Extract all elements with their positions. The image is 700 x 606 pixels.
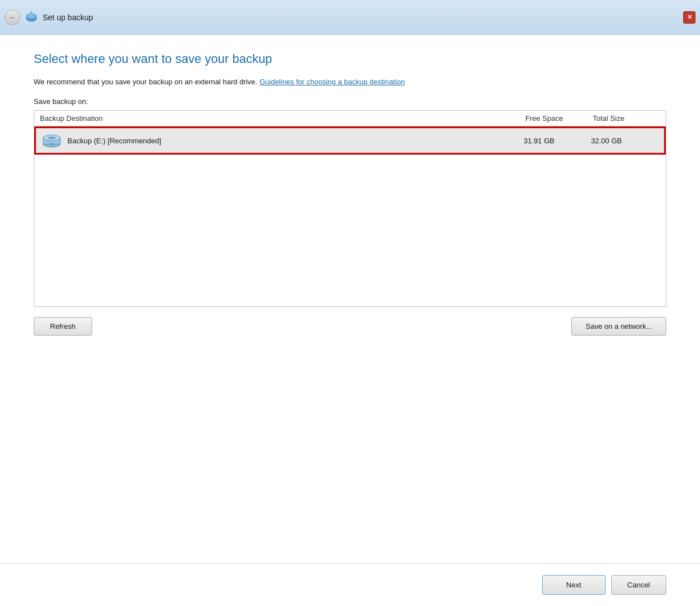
action-buttons-row: Refresh Save on a network... xyxy=(34,317,666,336)
title-bar-left: ← Set up backup xyxy=(4,10,93,25)
refresh-button[interactable]: Refresh xyxy=(34,317,92,336)
col-header-total-size: Total Size xyxy=(593,114,660,123)
back-button[interactable]: ← xyxy=(4,10,20,25)
backup-table: Backup Destination Free Space Total Size… xyxy=(34,110,666,307)
save-backup-label: Save backup on: xyxy=(34,97,666,106)
table-row[interactable]: Backup (E:) [Recommended] 31.91 GB 32.00… xyxy=(34,126,666,155)
table-body: Backup (E:) [Recommended] 31.91 GB 32.00… xyxy=(34,126,666,306)
save-network-button[interactable]: Save on a network... xyxy=(571,317,666,336)
main-content: Select where you want to save your backu… xyxy=(0,35,700,606)
drive-icon xyxy=(42,133,62,148)
cancel-button[interactable]: Cancel xyxy=(611,575,666,595)
col-header-free-space: Free Space xyxy=(525,114,593,123)
col-header-destination: Backup Destination xyxy=(40,114,525,123)
description-text: We recommend that you save your backup o… xyxy=(34,78,257,86)
row-total-size: 32.00 GB xyxy=(591,137,658,145)
svg-marker-2 xyxy=(30,11,33,13)
title-bar: ← Set up backup ✕ xyxy=(0,0,700,35)
title-bar-title: Set up backup xyxy=(43,13,93,22)
table-header: Backup Destination Free Space Total Size xyxy=(34,111,666,126)
svg-point-1 xyxy=(26,13,37,19)
next-button[interactable]: Next xyxy=(542,575,606,595)
row-destination: Backup (E:) [Recommended] xyxy=(67,137,524,145)
guidelines-link[interactable]: Guidelines for choosing a backup destina… xyxy=(260,78,405,86)
row-free-space: 31.91 GB xyxy=(524,137,591,145)
description-row: We recommend that you save your backup o… xyxy=(34,78,539,86)
page-heading: Select where you want to save your backu… xyxy=(34,52,666,66)
svg-point-6 xyxy=(48,137,56,139)
svg-point-7 xyxy=(51,143,53,146)
bottom-nav: Next Cancel xyxy=(0,563,700,595)
close-button[interactable]: ✕ xyxy=(683,11,696,24)
backup-icon xyxy=(25,11,38,24)
